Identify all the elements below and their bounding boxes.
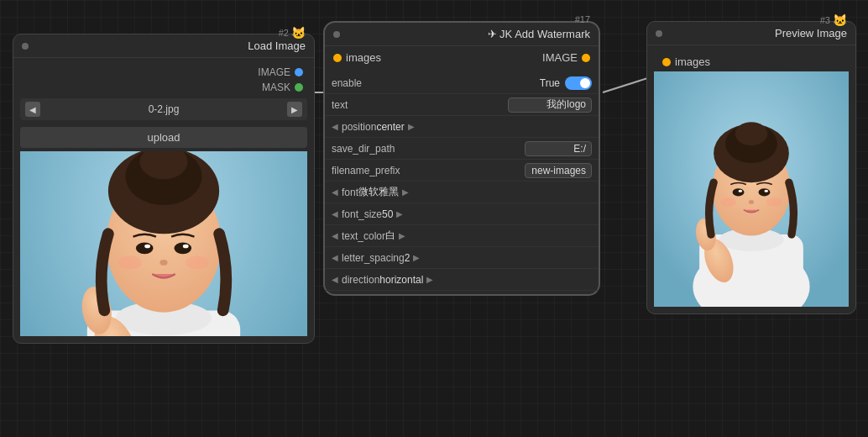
svg-point-17: [183, 245, 189, 249]
enable-value: True: [540, 77, 560, 89]
load-image-title-text: Load Image: [248, 39, 306, 52]
letter-spacing-right-arrow[interactable]: ▶: [413, 253, 420, 262]
image-port-dot[interactable]: [295, 68, 303, 76]
text-color-label: text_color: [342, 230, 385, 242]
mask-port-label: MASK: [262, 82, 290, 93]
prev-image-button[interactable]: ◀: [25, 102, 40, 117]
svg-point-36: [749, 200, 754, 204]
direction-value: horizontal: [379, 274, 423, 286]
text-label: text: [332, 99, 508, 111]
load-image-node: #2 🐱 Load Image IMAGE MASK ◀ 0-2.jpg ▶ u…: [13, 34, 315, 344]
preview-image-node: #3 🐱 Preview Image images: [646, 21, 856, 314]
field-filename-prefix: filename_prefix: [325, 160, 599, 182]
person-svg: [20, 151, 307, 336]
watermark-node: #17 ✈ JK Add Watermark images IMAGE enab…: [323, 21, 600, 296]
direction-label: direction: [342, 274, 379, 286]
watermark-fields: enable True text ◀ position center ▶ sav…: [325, 69, 599, 294]
svg-point-32: [733, 188, 745, 196]
letter-spacing-right: 2 ▶: [405, 252, 421, 264]
filename-prefix-input[interactable]: [525, 163, 592, 178]
mask-port-dot[interactable]: [295, 83, 303, 92]
svg-point-16: [144, 245, 150, 249]
image-port-label: IMAGE: [258, 66, 290, 78]
upload-button[interactable]: upload: [20, 127, 307, 148]
svg-point-37: [721, 197, 737, 207]
font-size-label: font_size: [342, 208, 382, 220]
field-font: ◀ font 微软雅黑 ▶: [325, 182, 599, 203]
watermark-header: ✈ JK Add Watermark: [325, 23, 599, 46]
field-enable: enable True: [325, 72, 599, 94]
direction-left-arrow[interactable]: ◀: [332, 275, 338, 284]
font-right-arrow[interactable]: ▶: [402, 187, 409, 197]
position-label: position: [342, 121, 376, 133]
watermark-status-indicator: [333, 31, 340, 38]
svg-point-31: [735, 122, 768, 145]
text-color-right-arrow[interactable]: ▶: [399, 231, 405, 240]
preview-image-display: [654, 71, 849, 307]
font-size-value: 50: [382, 208, 393, 220]
svg-point-18: [159, 260, 167, 266]
watermark-images-right: IMAGE: [542, 51, 590, 64]
field-position: ◀ position center ▶: [325, 116, 599, 138]
position-value: center: [376, 121, 404, 133]
font-value: 微软雅黑: [358, 185, 399, 199]
preview-person-svg: [654, 71, 849, 307]
load-image-title: Load Image: [248, 39, 306, 52]
node-status-indicator: [22, 43, 29, 50]
images-left-port-dot[interactable]: [333, 54, 342, 62]
letter-spacing-value: 2: [405, 252, 410, 264]
image-filename: 0-2.jpg: [40, 103, 287, 115]
save-dir-label: save_dir_path: [332, 143, 525, 155]
preview-title: Preview Image: [775, 27, 847, 39]
letter-spacing-left: ◀ letter_spacing: [332, 252, 405, 264]
font-size-left-arrow[interactable]: ◀: [332, 209, 338, 218]
svg-point-34: [739, 190, 743, 192]
svg-point-19: [118, 256, 141, 270]
letter-spacing-left-arrow[interactable]: ◀: [332, 253, 338, 262]
images-right-port-dot[interactable]: [582, 54, 590, 62]
position-left-arrow[interactable]: ◀: [332, 122, 338, 131]
letter-spacing-label: letter_spacing: [342, 252, 405, 264]
font-left-arrow[interactable]: ◀: [332, 187, 338, 197]
preview-title-text: Preview Image: [775, 27, 847, 39]
text-input[interactable]: [508, 97, 592, 113]
position-right: center ▶: [376, 121, 414, 133]
font-left: ◀ font: [332, 187, 358, 198]
text-color-value: 白: [385, 229, 395, 243]
preview-status-indicator: [656, 30, 662, 37]
filename-prefix-label: filename_prefix: [332, 165, 525, 176]
font-size-right: 50 ▶: [382, 208, 403, 220]
watermark-title: ✈ JK Add Watermark: [488, 28, 591, 40]
save-dir-input[interactable]: [525, 141, 592, 156]
font-size-left: ◀ font_size: [332, 208, 382, 220]
svg-point-15: [175, 243, 192, 255]
field-text: text: [325, 94, 599, 116]
svg-point-20: [186, 256, 208, 270]
image-preview: [20, 151, 307, 336]
images-right-label: IMAGE: [542, 51, 578, 64]
svg-point-14: [136, 243, 154, 255]
position-right-arrow[interactable]: ▶: [408, 122, 415, 131]
preview-content: images: [647, 45, 855, 313]
mask-port-row: MASK: [20, 80, 307, 95]
preview-images-port-dot[interactable]: [662, 58, 671, 66]
enable-toggle[interactable]: [565, 76, 592, 90]
position-left-arrows: ◀ position: [332, 121, 376, 133]
text-color-left-arrow[interactable]: ◀: [332, 231, 338, 240]
watermark-title-text: ✈ JK Add Watermark: [488, 28, 591, 40]
direction-left: ◀ direction: [332, 274, 379, 286]
next-image-button[interactable]: ▶: [287, 102, 302, 117]
load-image-header: Load Image: [13, 34, 314, 58]
images-left-label: images: [346, 51, 381, 64]
text-color-right: 白 ▶: [385, 229, 405, 243]
direction-right: horizontal ▶: [379, 274, 433, 286]
direction-right-arrow[interactable]: ▶: [426, 275, 433, 284]
load-image-content: IMAGE MASK ◀ 0-2.jpg ▶ upload: [13, 58, 314, 343]
image-selector: ◀ 0-2.jpg ▶: [20, 98, 307, 120]
field-letter-spacing: ◀ letter_spacing 2 ▶: [325, 247, 599, 269]
watermark-images-row: images IMAGE: [325, 46, 599, 69]
svg-point-35: [764, 190, 768, 192]
font-size-right-arrow[interactable]: ▶: [396, 209, 403, 218]
enable-label: enable: [332, 77, 540, 89]
svg-point-33: [759, 188, 771, 196]
